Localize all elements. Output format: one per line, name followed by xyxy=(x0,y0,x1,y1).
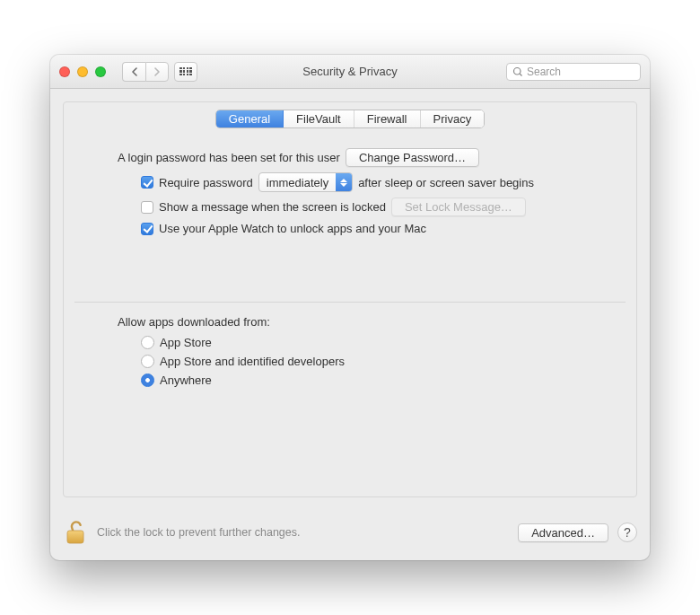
content: General FileVault Firewall Privacy A log… xyxy=(50,89,650,510)
tab-general[interactable]: General xyxy=(216,110,284,127)
search-wrap xyxy=(506,63,641,81)
show-lock-message-label: Show a message when the screen is locked xyxy=(159,200,386,214)
titlebar: Security & Privacy xyxy=(50,55,650,89)
preferences-window: Security & Privacy General FileVault Fir… xyxy=(50,55,650,560)
forward-button[interactable] xyxy=(145,62,169,82)
footer: Click the lock to prevent further change… xyxy=(50,510,650,560)
login-section: A login password has been set for this u… xyxy=(64,148,636,248)
require-password-checkbox[interactable] xyxy=(141,176,153,189)
close-window-button[interactable] xyxy=(59,66,70,77)
set-lock-message-button[interactable]: Set Lock Message… xyxy=(391,198,526,216)
updown-icon xyxy=(336,173,352,191)
gatekeeper-section: Allow apps downloaded from: App Store Ap… xyxy=(64,315,636,400)
password-delay-value: immediately xyxy=(259,176,336,189)
traffic-lights xyxy=(59,66,106,77)
back-button[interactable] xyxy=(122,62,145,82)
help-button[interactable]: ? xyxy=(617,523,637,542)
password-delay-select[interactable]: immediately xyxy=(258,172,353,192)
radio-app-store-label: App Store xyxy=(160,336,212,349)
unlocked-lock-icon xyxy=(64,519,87,546)
chevron-right-icon xyxy=(153,67,161,76)
show-all-button[interactable] xyxy=(174,62,197,82)
radio-anywhere-label: Anywhere xyxy=(160,373,212,387)
advanced-button[interactable]: Advanced… xyxy=(518,523,608,542)
divider xyxy=(74,302,626,303)
tabs: General FileVault Firewall Privacy xyxy=(215,110,485,128)
lock-hint-text: Click the lock to prevent further change… xyxy=(97,526,301,539)
svg-line-1 xyxy=(520,74,521,75)
radio-identified-label: App Store and identified developers xyxy=(160,355,345,368)
apple-watch-checkbox[interactable] xyxy=(141,223,153,235)
tab-bar: General FileVault Firewall Privacy xyxy=(64,102,636,143)
minimize-window-button[interactable] xyxy=(77,66,88,77)
require-password-label: Require password xyxy=(159,176,253,189)
tab-privacy[interactable]: Privacy xyxy=(421,110,485,127)
grid-icon xyxy=(179,67,191,76)
show-lock-message-checkbox[interactable] xyxy=(141,201,153,214)
radio-identified-developers[interactable] xyxy=(141,355,154,368)
radio-app-store[interactable] xyxy=(141,336,154,349)
toolbar-nav xyxy=(122,62,197,82)
lock-button[interactable] xyxy=(63,519,88,546)
chevron-left-icon xyxy=(131,67,138,76)
search-input[interactable] xyxy=(506,63,641,81)
tab-filevault[interactable]: FileVault xyxy=(284,110,354,127)
after-sleep-text: after sleep or screen saver begins xyxy=(358,176,534,189)
zoom-window-button[interactable] xyxy=(95,66,106,77)
radio-anywhere[interactable] xyxy=(141,373,154,387)
svg-point-0 xyxy=(514,67,521,75)
panel: General FileVault Firewall Privacy A log… xyxy=(63,101,637,497)
svg-rect-2 xyxy=(67,531,83,543)
search-icon xyxy=(512,66,523,77)
apple-watch-label: Use your Apple Watch to unlock apps and … xyxy=(159,222,426,235)
tab-firewall[interactable]: Firewall xyxy=(354,110,421,127)
gatekeeper-heading: Allow apps downloaded from: xyxy=(118,315,270,329)
change-password-button[interactable]: Change Password… xyxy=(346,148,479,167)
login-password-text: A login password has been set for this u… xyxy=(118,151,340,164)
